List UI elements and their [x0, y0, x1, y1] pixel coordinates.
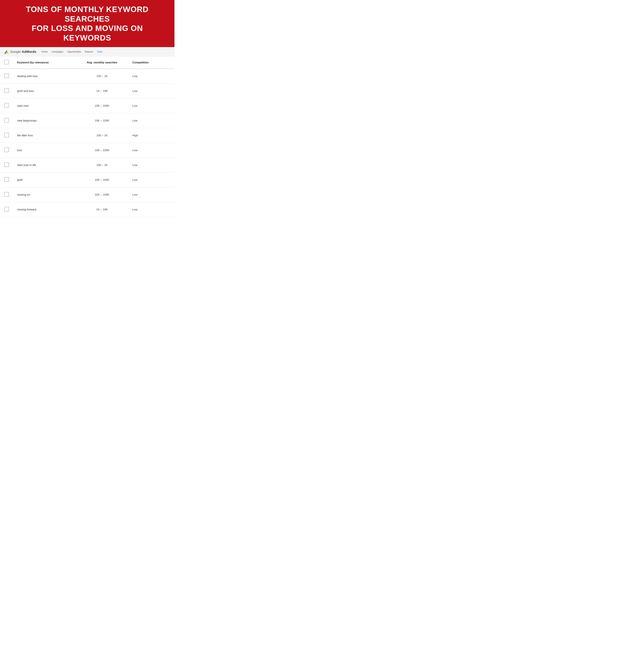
header-checkbox-input[interactable]: [4, 60, 9, 64]
row-checkbox-cell[interactable]: [0, 98, 13, 113]
row-searches: 1K – 10K: [76, 83, 128, 98]
row-competition: Low: [128, 113, 174, 128]
row-keyword: moving forward: [13, 202, 76, 217]
row-searches: 100 – 1K: [76, 128, 128, 143]
adwords-icon: [4, 49, 9, 54]
row-keyword: grief and loss: [13, 83, 76, 98]
nav-home[interactable]: Home: [42, 50, 48, 53]
row-checkbox[interactable]: [4, 103, 9, 108]
svg-point-2: [4, 52, 6, 54]
row-checkbox-cell[interactable]: [0, 173, 13, 187]
row-competition: Low: [128, 202, 174, 217]
row-keyword: moving on: [13, 187, 76, 202]
hero-banner: TONS OF MONTHLY KEYWORD SEARCHES FOR LOS…: [0, 0, 174, 47]
row-competition: Low: [128, 187, 174, 202]
logo-text: Google AdWords: [10, 50, 36, 54]
row-checkbox[interactable]: [4, 177, 9, 182]
nav-campaigns[interactable]: Campaigns: [52, 50, 64, 53]
keywords-table: Keyword (by relevance) Avg. monthly sear…: [0, 56, 174, 217]
row-checkbox[interactable]: [4, 73, 9, 78]
nav-tools[interactable]: Tools: [97, 50, 102, 53]
row-keyword: grief: [13, 173, 76, 187]
google-nav: Google AdWords Home Campaigns Opportunit…: [0, 47, 174, 56]
table-row: new beginnings 10K – 100K Low: [0, 113, 174, 128]
row-searches: 10K – 100K: [76, 113, 128, 128]
table-header-row: Keyword (by relevance) Avg. monthly sear…: [0, 56, 174, 69]
svg-marker-1: [6, 50, 9, 53]
row-competition: Low: [128, 158, 174, 173]
nav-opportunities[interactable]: Opportunities: [67, 50, 81, 53]
row-checkbox-cell[interactable]: [0, 113, 13, 128]
nav-links: Home Campaigns Opportunities Reports Too…: [42, 50, 102, 53]
row-checkbox-cell[interactable]: [0, 202, 13, 217]
table-row: start over in life 100 – 1K Low: [0, 158, 174, 173]
table-row: start over 10K – 100K Low: [0, 98, 174, 113]
header-checkbox[interactable]: [0, 56, 13, 69]
row-competition: Low: [128, 83, 174, 98]
table-row: moving on 10K – 100K Low: [0, 187, 174, 202]
row-searches: 1K – 10K: [76, 202, 128, 217]
table-body: dealing with loss 100 – 1K Low grief and…: [0, 69, 174, 217]
row-keyword: start over in life: [13, 158, 76, 173]
row-checkbox[interactable]: [4, 192, 9, 197]
row-keyword: life after loss: [13, 128, 76, 143]
row-checkbox[interactable]: [4, 147, 9, 152]
table-row: loss 10K – 100K Low: [0, 143, 174, 158]
row-checkbox-cell[interactable]: [0, 69, 13, 83]
row-checkbox-cell[interactable]: [0, 187, 13, 202]
keywords-table-container: Keyword (by relevance) Avg. monthly sear…: [0, 56, 174, 217]
header-competition: Competition: [128, 56, 174, 69]
table-row: moving forward 1K – 10K Low: [0, 202, 174, 217]
row-searches: 10K – 100K: [76, 173, 128, 187]
row-checkbox[interactable]: [4, 133, 9, 137]
row-competition: Low: [128, 173, 174, 187]
row-competition: Low: [128, 69, 174, 83]
row-competition: High: [128, 128, 174, 143]
row-keyword: loss: [13, 143, 76, 158]
row-keyword: dealing with loss: [13, 69, 76, 83]
row-searches: 10K – 100K: [76, 98, 128, 113]
row-checkbox[interactable]: [4, 162, 9, 167]
row-checkbox[interactable]: [4, 88, 9, 93]
table-row: life after loss 100 – 1K High: [0, 128, 174, 143]
row-checkbox[interactable]: [4, 118, 9, 122]
header-keyword: Keyword (by relevance): [13, 56, 76, 69]
row-searches: 10K – 100K: [76, 143, 128, 158]
table-row: dealing with loss 100 – 1K Low: [0, 69, 174, 83]
header-searches: Avg. monthly searches: [76, 56, 128, 69]
row-checkbox-cell[interactable]: [0, 128, 13, 143]
row-competition: Low: [128, 143, 174, 158]
row-keyword: new beginnings: [13, 113, 76, 128]
row-checkbox-cell[interactable]: [0, 143, 13, 158]
row-searches: 100 – 1K: [76, 158, 128, 173]
row-keyword: start over: [13, 98, 76, 113]
nav-reports[interactable]: Reports: [85, 50, 93, 53]
google-adwords-logo: Google AdWords: [4, 49, 36, 54]
row-searches: 10K – 100K: [76, 187, 128, 202]
row-searches: 100 – 1K: [76, 69, 128, 83]
table-row: grief and loss 1K – 10K Low: [0, 83, 174, 98]
row-checkbox-cell[interactable]: [0, 83, 13, 98]
hero-title: TONS OF MONTHLY KEYWORD SEARCHES FOR LOS…: [6, 5, 168, 43]
table-row: grief 10K – 100K Low: [0, 173, 174, 187]
row-checkbox[interactable]: [4, 207, 9, 211]
row-competition: Low: [128, 98, 174, 113]
row-checkbox-cell[interactable]: [0, 158, 13, 173]
